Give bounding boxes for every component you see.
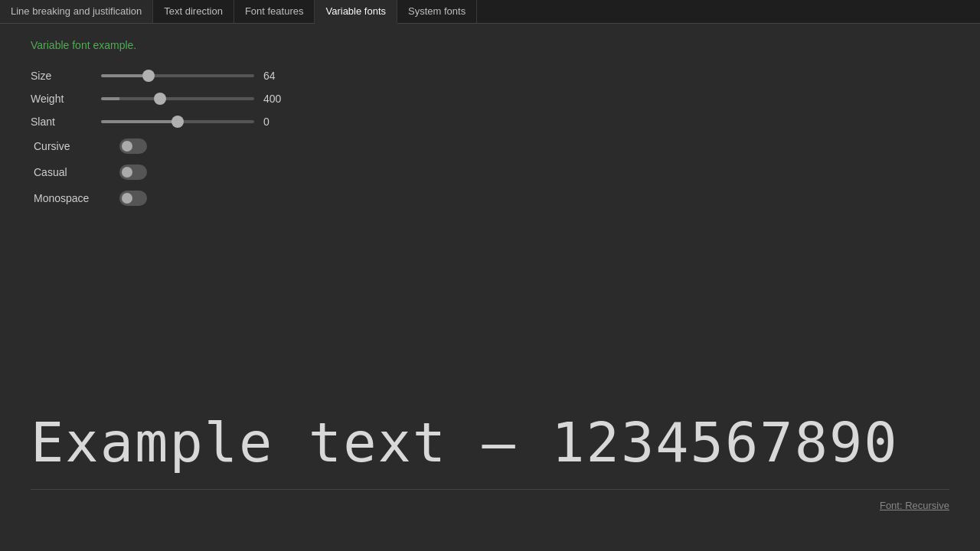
size-label: Size [31, 70, 92, 82]
example-label: Variable font example. [31, 39, 949, 51]
casual-label: Casual [34, 166, 110, 178]
size-control-row: Size 64 [31, 70, 949, 82]
slant-slider[interactable] [101, 120, 254, 123]
cursive-label: Cursive [34, 140, 110, 152]
casual-toggle[interactable] [119, 165, 147, 180]
tab-bar: Line breaking and justification Text dir… [0, 0, 980, 24]
monospace-label: Monospace [34, 192, 110, 204]
weight-slider[interactable] [101, 97, 254, 100]
font-attribution[interactable]: Font: Recursive [880, 500, 949, 511]
weight-control-row: Weight 400 [31, 93, 949, 105]
casual-toggle-row: Casual [31, 165, 949, 180]
slant-value: 0 [263, 116, 294, 128]
size-value: 64 [263, 70, 294, 82]
size-slider[interactable] [101, 74, 254, 77]
tab-text-direction[interactable]: Text direction [153, 0, 234, 23]
tab-line-breaking[interactable]: Line breaking and justification [0, 0, 153, 23]
monospace-thumb [122, 193, 132, 204]
cursive-thumb [122, 141, 132, 152]
controls-section: Size 64 Weight 400 Slant 0 Cursive [31, 70, 949, 206]
slant-label: Slant [31, 116, 92, 128]
casual-thumb [122, 167, 132, 178]
tab-variable-fonts[interactable]: Variable fonts [315, 0, 397, 24]
weight-label: Weight [31, 93, 92, 105]
cursive-toggle[interactable] [119, 139, 147, 154]
monospace-toggle[interactable] [119, 191, 147, 206]
preview-area: Example text – 1234567890 [0, 410, 980, 474]
weight-value: 400 [263, 93, 294, 105]
monospace-toggle-row: Monospace [31, 191, 949, 206]
divider [31, 489, 949, 490]
tab-system-fonts[interactable]: System fonts [397, 0, 477, 23]
preview-text: Example text – 1234567890 [31, 410, 949, 474]
tab-font-features[interactable]: Font features [234, 0, 315, 23]
slant-control-row: Slant 0 [31, 116, 949, 128]
cursive-toggle-row: Cursive [31, 139, 949, 154]
main-content: Variable font example. Size 64 Weight 40… [0, 24, 980, 221]
